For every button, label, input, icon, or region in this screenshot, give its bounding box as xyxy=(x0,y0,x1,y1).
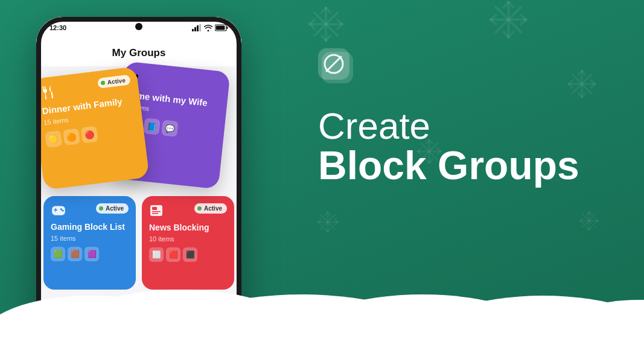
app-logo xyxy=(318,48,608,89)
svg-rect-72 xyxy=(192,29,194,31)
svg-rect-73 xyxy=(194,27,196,31)
signal-icon xyxy=(192,24,202,31)
svg-rect-77 xyxy=(227,27,228,29)
red-card-apps: ⬜ 🟥 ⬛ xyxy=(149,247,227,262)
svg-rect-74 xyxy=(197,25,199,31)
svg-rect-101 xyxy=(0,344,644,362)
svg-rect-85 xyxy=(152,207,157,210)
app-icon: 🟠 xyxy=(63,128,80,145)
app-icon: 📘 xyxy=(143,118,161,135)
svg-rect-84 xyxy=(150,205,162,216)
gamepad-icon xyxy=(51,203,66,217)
right-panel: Create Block Groups xyxy=(318,48,608,185)
headline-block-groups: Block Groups xyxy=(318,145,608,185)
card-red: Active News Blocking 10 items ⬜ 🟥 ⬛ xyxy=(142,196,234,290)
app-icon: 🟩 xyxy=(51,247,65,261)
active-dot xyxy=(99,206,103,211)
app-icon: 💬 xyxy=(161,119,179,137)
active-dot xyxy=(101,80,106,85)
logo-front-layer xyxy=(318,48,349,80)
app-icon: 🟡 xyxy=(45,130,62,148)
bottom-cards-grid: Active Gaming Block List 15 items 🟩 🟫 🟪 xyxy=(36,196,241,290)
phone-status-bar: 12:30 xyxy=(36,17,241,39)
block-icon xyxy=(324,54,344,74)
news-icon xyxy=(149,203,164,218)
blue-card-title: Gaming Block List xyxy=(51,222,129,232)
phone-status-right xyxy=(192,24,228,31)
yellow-card-badge: Active xyxy=(97,74,131,88)
phone-camera xyxy=(135,23,142,30)
red-card-badge: Active xyxy=(194,203,227,214)
svg-rect-75 xyxy=(199,24,201,31)
app-icon: ⬛ xyxy=(183,247,197,262)
app-icon: 🔴 xyxy=(81,126,98,144)
cloud-svg xyxy=(0,290,644,362)
app-icon: ⬜ xyxy=(149,247,164,262)
blue-card-apps: 🟩 🟫 🟪 xyxy=(51,247,129,261)
svg-point-83 xyxy=(62,209,63,211)
battery-icon xyxy=(215,24,228,31)
bottom-clouds xyxy=(0,290,644,362)
svg-rect-86 xyxy=(152,211,161,212)
fork-knife-icon xyxy=(39,84,57,101)
active-dot xyxy=(197,206,202,211)
logo-stacked-icon xyxy=(318,48,359,89)
wifi-icon xyxy=(204,24,212,31)
red-card-subtitle: 10 items xyxy=(149,235,227,243)
app-icon: 🟫 xyxy=(68,247,82,261)
svg-rect-81 xyxy=(56,208,56,212)
phone-time: 12:30 xyxy=(49,24,66,31)
card-yellow: Active Dinner with Family 15 items 🟡 🟠 🔴 xyxy=(36,66,150,190)
app-icon: 🟥 xyxy=(166,247,180,262)
svg-rect-78 xyxy=(216,26,225,30)
red-card-title: News Blocking xyxy=(149,223,227,233)
blue-card-badge: Active xyxy=(96,203,129,214)
blue-card-subtitle: 15 items xyxy=(51,235,129,242)
headline-create: Create Block Groups xyxy=(318,106,608,185)
card-blue: Active Gaming Block List 15 items 🟩 🟫 🟪 xyxy=(43,196,136,290)
svg-line-89 xyxy=(327,57,341,71)
svg-rect-87 xyxy=(152,213,158,214)
yellow-card-apps: 🟡 🟠 🔴 xyxy=(45,121,137,148)
app-icon: 🟪 xyxy=(84,247,99,261)
svg-point-82 xyxy=(60,208,62,210)
